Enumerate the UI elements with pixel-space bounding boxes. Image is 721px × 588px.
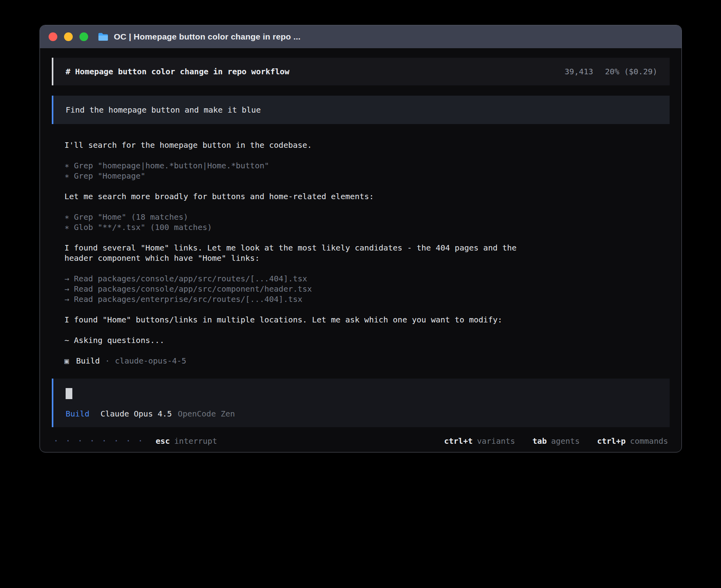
tool-call: → Read packages/console/app/src/componen… (64, 284, 535, 294)
user-message: Find the homepage button and make it blu… (52, 96, 670, 124)
session-title: # Homepage button color change in repo w… (66, 67, 289, 76)
tool-call-group: → Read packages/console/app/src/routes/[… (64, 273, 657, 304)
model-label: Claude Opus 4.5 (100, 409, 172, 418)
tool-call: ∗ Grep "homepage|home.*button|Home.*butt… (64, 160, 535, 171)
close-button[interactable] (49, 32, 57, 41)
assistant-text: I found several "Home" links. Let me loo… (64, 243, 535, 263)
window-title: OC | Homepage button color change in rep… (114, 32, 300, 41)
tool-call: ∗ Grep "Homepage" (64, 171, 535, 181)
user-message-text: Find the homepage button and make it blu… (66, 105, 261, 115)
shortcut-commands: ctrl+p commands (597, 436, 668, 446)
text-cursor (66, 388, 72, 399)
tool-call: → Read packages/console/app/src/routes/[… (64, 273, 535, 284)
folder-icon (98, 32, 109, 41)
shortcut-variants: ctrl+t variants (444, 436, 515, 446)
spinner-dots: · · · · · · · · (53, 436, 144, 446)
terminal-content: # Homepage button color change in repo w… (40, 48, 681, 452)
session-meta: 39,413 20% ($0.29) (564, 67, 657, 76)
prompt-input[interactable]: Build Claude Opus 4.5 OpenCode Zen (52, 379, 670, 427)
context-usage: 20% ($0.29) (605, 67, 657, 76)
tool-call: → Read packages/enterprise/src/routes/[.… (64, 294, 535, 304)
conversation: I'll search for the homepage button in t… (52, 140, 670, 376)
agent-separator: · (105, 356, 110, 366)
tool-call-group: ∗ Grep "Home" (18 matches) ∗ Glob "**/*.… (64, 212, 657, 232)
assistant-paragraph: I found "Home" buttons/links in multiple… (64, 315, 657, 325)
agent-icon: ▣ (64, 356, 69, 366)
tool-call: ∗ Grep "Home" (18 matches) (64, 212, 535, 222)
assistant-paragraph: I found several "Home" links. Let me loo… (64, 243, 657, 263)
agent-model: claude-opus-4-5 (115, 356, 187, 366)
esc-key-label: interrupt (174, 436, 217, 446)
shortcut-key: ctrl+p (597, 436, 625, 446)
shortcut-key: tab (532, 436, 547, 446)
traffic-lights (49, 32, 88, 41)
provider-label: OpenCode Zen (178, 409, 235, 418)
status-right: ctrl+t variants tab agents ctrl+p comman… (444, 436, 668, 446)
zoom-button[interactable] (79, 32, 88, 41)
agent-status-line: ▣ Build · claude-opus-4-5 (64, 356, 657, 366)
desktop: OC | Homepage button color change in rep… (0, 0, 721, 588)
tool-call-group: ∗ Grep "homepage|home.*button|Home.*butt… (64, 160, 657, 181)
status-bar: · · · · · · · · esc interrupt ctrl+t var… (52, 436, 670, 446)
assistant-status-text: ~ Asking questions... (64, 335, 535, 345)
terminal-window: OC | Homepage button color change in rep… (40, 25, 682, 452)
shortcut-label: commands (630, 436, 668, 446)
assistant-paragraph: ~ Asking questions... (64, 335, 657, 345)
status-left: · · · · · · · · esc interrupt (53, 436, 217, 446)
assistant-text: I'll search for the homepage button in t… (64, 140, 535, 150)
session-header: # Homepage button color change in repo w… (52, 58, 670, 85)
shortcut-label: variants (477, 436, 515, 446)
assistant-paragraph: Let me search more broadly for buttons a… (64, 191, 657, 202)
assistant-paragraph: I'll search for the homepage button in t… (64, 140, 657, 150)
esc-key-hint: esc (156, 436, 170, 446)
agent-name: Build (76, 356, 100, 366)
shortcut-key: ctrl+t (444, 436, 472, 446)
tool-call: ∗ Glob "**/*.tsx" (100 matches) (64, 222, 535, 232)
minimize-button[interactable] (64, 32, 73, 41)
shortcut-agents: tab agents (532, 436, 579, 446)
shortcut-label: agents (551, 436, 579, 446)
assistant-text: I found "Home" buttons/links in multiple… (64, 315, 535, 325)
model-line: Build Claude Opus 4.5 OpenCode Zen (66, 409, 657, 418)
titlebar[interactable]: OC | Homepage button color change in rep… (40, 25, 681, 48)
token-count: 39,413 (564, 67, 593, 76)
assistant-text: Let me search more broadly for buttons a… (64, 191, 535, 202)
mode-label: Build (66, 409, 89, 418)
